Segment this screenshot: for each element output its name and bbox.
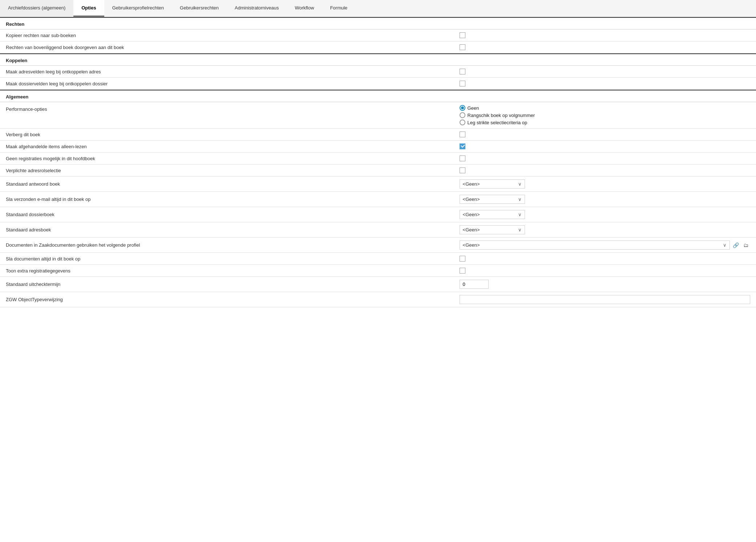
- select-value-standaard-dossierboek: <Geen>: [463, 212, 480, 217]
- row-label-standaard-antwoord: Standaard antwoord boek: [0, 177, 454, 192]
- chevron-down-icon: ∨: [518, 197, 522, 202]
- select-value-standaard-adresboek: <Geen>: [463, 227, 480, 232]
- checkbox-adresrolselectie[interactable]: [460, 167, 465, 173]
- table-row: Standaard adresboek<Geen>∨: [0, 222, 756, 238]
- table-row: Documenten in Zaakdocumenten gebruiken h…: [0, 238, 756, 253]
- select-standaard-adresboek[interactable]: <Geen>∨: [460, 225, 525, 234]
- text-input-zgw-objecttype[interactable]: [460, 295, 750, 304]
- section-header-algemeen: Algemeen: [0, 90, 756, 102]
- select-value-documenten-profiel: <Geen>: [463, 242, 480, 248]
- tab-workflow[interactable]: Workflow: [287, 0, 322, 17]
- row-label-performance-opties: Performance-opties: [0, 102, 454, 129]
- row-label-standaard-adresboek: Standaard adresboek: [0, 222, 454, 238]
- table-row: Maak afgehandelde items alleen-lezen: [0, 141, 756, 153]
- tab-gebruikersprofielrechten[interactable]: Gebruikersprofielrechten: [104, 0, 172, 17]
- settings-table-algemeen: Performance-optiesGeenRangschik boek op …: [0, 102, 756, 307]
- select-value-standaard-antwoord: <Geen>: [463, 181, 480, 187]
- settings-table-koppelen: Maak adresvelden leeg bij ontkoppelen ad…: [0, 66, 756, 90]
- checkbox-afgehandelde-items[interactable]: [460, 143, 465, 149]
- select-standaard-antwoord[interactable]: <Geen>∨: [460, 179, 525, 189]
- chevron-down-icon: ∨: [723, 242, 727, 248]
- checkbox-verberg-boek[interactable]: [460, 132, 465, 137]
- row-label-documenten-profiel: Documenten in Zaakdocumenten gebruiken h…: [0, 238, 454, 253]
- row-label-verberg-boek: Verberg dit boek: [0, 129, 454, 141]
- tab-formule[interactable]: Formule: [322, 0, 356, 17]
- checkbox-sla-documenten[interactable]: [460, 256, 465, 262]
- table-row: Verplichte adresrolselectie: [0, 165, 756, 177]
- chevron-down-icon: ∨: [518, 181, 522, 187]
- table-row: Standaard antwoord boek<Geen>∨: [0, 177, 756, 192]
- radio-label-rangschik: Rangschik boek op volgnummer: [468, 113, 535, 118]
- row-label-adresvelden-leeg: Maak adresvelden leeg bij ontkoppelen ad…: [0, 66, 454, 78]
- row-label-standaard-dossierboek: Standaard dossierboek: [0, 207, 454, 222]
- table-row: Maak adresvelden leeg bij ontkoppelen ad…: [0, 66, 756, 78]
- table-row: Standaard uitchecktermijn: [0, 277, 756, 292]
- table-row: Standaard dossierboek<Geen>∨: [0, 207, 756, 222]
- radio-label-strikte: Leg strikte selectiecriteria op: [468, 120, 527, 125]
- radio-button-strikte[interactable]: [460, 120, 465, 125]
- table-row: ZGW ObjectTypeverwijzing: [0, 292, 756, 307]
- radio-button-geen[interactable]: [460, 105, 465, 111]
- radio-item-geen[interactable]: Geen: [460, 105, 750, 111]
- select-documenten-profiel[interactable]: <Geen>∨: [460, 240, 730, 250]
- checkbox-kopieer-rechten[interactable]: [460, 32, 465, 38]
- folder-icon[interactable]: 🗂: [741, 241, 750, 250]
- row-label-afgehandelde-items: Maak afgehandelde items alleen-lezen: [0, 141, 454, 153]
- select-sla-email[interactable]: <Geen>∨: [460, 195, 525, 204]
- radio-item-strikte[interactable]: Leg strikte selectiecriteria op: [460, 120, 750, 125]
- radio-button-rangschik[interactable]: [460, 112, 465, 118]
- row-label-zgw-objecttype: ZGW ObjectTypeverwijzing: [0, 292, 454, 307]
- text-input-standaard-uitchecktermijn[interactable]: [460, 280, 489, 289]
- table-row: Kopieer rechten naar sub-boeken: [0, 29, 756, 41]
- link-icon[interactable]: 🔗: [731, 241, 740, 250]
- chevron-down-icon: ∨: [518, 212, 522, 217]
- section-header-koppelen: Koppelen: [0, 53, 756, 66]
- checkbox-geen-registraties[interactable]: [460, 155, 465, 161]
- checkbox-adresvelden-leeg[interactable]: [460, 69, 465, 74]
- tab-bar: Archiefdossiers (algemeen)OptiesGebruike…: [0, 0, 756, 17]
- row-label-standaard-uitchecktermijn: Standaard uitchecktermijn: [0, 277, 454, 292]
- radio-item-rangschik[interactable]: Rangschik boek op volgnummer: [460, 112, 750, 118]
- checkbox-dossiervelden-leeg[interactable]: [460, 81, 465, 86]
- table-row: Maak dossiervelden leeg bij ontkoppelen …: [0, 78, 756, 90]
- tab-opties[interactable]: Opties: [73, 0, 104, 17]
- table-row: Verberg dit boek: [0, 129, 756, 141]
- tab-administratorniveaus[interactable]: Administratorniveaus: [227, 0, 287, 17]
- checkbox-rechten-bovenliggend[interactable]: [460, 44, 465, 50]
- row-label-sla-email: Sla verzonden e-mail altijd in dit boek …: [0, 192, 454, 207]
- table-row: Sla verzonden e-mail altijd in dit boek …: [0, 192, 756, 207]
- tab-archief[interactable]: Archiefdossiers (algemeen): [0, 0, 73, 17]
- tab-gebruikersrechten[interactable]: Gebruikersrechten: [172, 0, 227, 17]
- table-row: Sla documenten altijd in dit boek op: [0, 253, 756, 265]
- radio-label-geen: Geen: [468, 105, 479, 111]
- row-label-toon-extra: Toon extra registratiegegevens: [0, 265, 454, 277]
- table-row: Performance-optiesGeenRangschik boek op …: [0, 102, 756, 129]
- row-label-dossiervelden-leeg: Maak dossiervelden leeg bij ontkoppelen …: [0, 78, 454, 90]
- section-header-rechten: Rechten: [0, 17, 756, 29]
- table-row: Toon extra registratiegegevens: [0, 265, 756, 277]
- row-label-sla-documenten: Sla documenten altijd in dit boek op: [0, 253, 454, 265]
- select-standaard-dossierboek[interactable]: <Geen>∨: [460, 210, 525, 219]
- radio-group-performance-opties: GeenRangschik boek op volgnummerLeg stri…: [460, 105, 750, 125]
- table-row: Geen registraties mogelijk in dit hoofdb…: [0, 153, 756, 165]
- select-value-sla-email: <Geen>: [463, 197, 480, 202]
- row-label-adresrolselectie: Verplichte adresrolselectie: [0, 165, 454, 177]
- row-label-geen-registraties: Geen registraties mogelijk in dit hoofdb…: [0, 153, 454, 165]
- settings-table-rechten: Kopieer rechten naar sub-boekenRechten v…: [0, 29, 756, 53]
- checkbox-toon-extra[interactable]: [460, 268, 465, 274]
- row-label-rechten-bovenliggend: Rechten van bovenliggend boek doorgeven …: [0, 41, 454, 53]
- content-area: RechtenKopieer rechten naar sub-boekenRe…: [0, 17, 756, 307]
- table-row: Rechten van bovenliggend boek doorgeven …: [0, 41, 756, 53]
- chevron-down-icon: ∨: [518, 227, 522, 232]
- row-label-kopieer-rechten: Kopieer rechten naar sub-boeken: [0, 29, 454, 41]
